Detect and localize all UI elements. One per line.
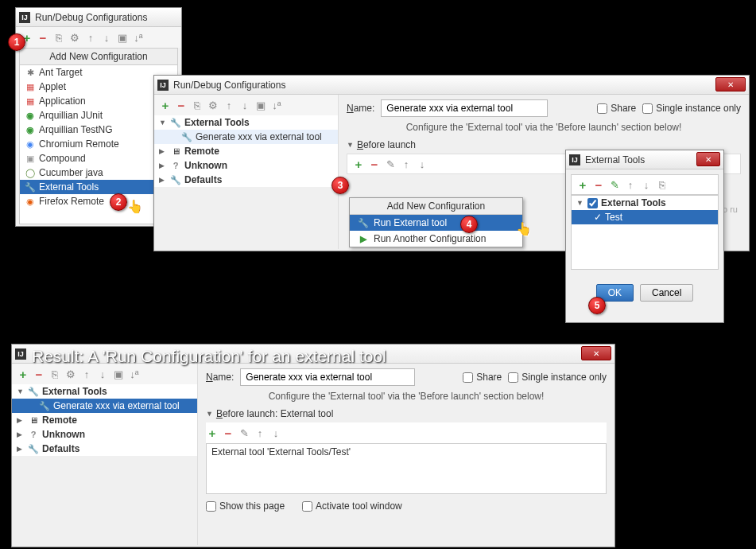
tree-item-remote[interactable]: ▶🖥Remote (12, 413, 197, 427)
folder-icon[interactable]: ▣ (116, 31, 129, 44)
settings-icon[interactable]: ⚙ (64, 368, 77, 380)
up-icon[interactable]: ↑ (80, 368, 93, 380)
share-checkbox[interactable]: Share (463, 372, 502, 383)
down-icon[interactable]: ↓ (96, 368, 109, 380)
copy-icon[interactable]: ⎘ (48, 368, 61, 380)
up-icon[interactable]: ↑ (624, 178, 637, 191)
up-icon[interactable]: ↑ (84, 31, 97, 44)
cancel-button[interactable]: Cancel (640, 284, 693, 302)
firefox-icon: ◉ (25, 196, 36, 207)
expand-icon[interactable]: ▶ (17, 430, 25, 438)
callout-4: 4 (460, 216, 478, 233)
collapse-icon[interactable]: ▼ (17, 387, 25, 395)
down-icon[interactable]: ↓ (640, 178, 653, 191)
tree-label: Unknown (42, 429, 85, 440)
wrench-icon: 🔧 (181, 131, 192, 142)
name-input[interactable] (240, 368, 415, 386)
settings-icon[interactable]: ⚙ (68, 31, 81, 44)
collapse-icon[interactable]: ▼ (576, 199, 584, 207)
wrench-icon: 🔧 (25, 181, 36, 193)
remove-icon[interactable]: − (368, 158, 381, 170)
tree-item-external-tools[interactable]: ▼🔧External Tools (154, 115, 338, 130)
copy-icon[interactable]: ⎘ (191, 99, 204, 111)
remove-icon[interactable]: − (33, 368, 45, 380)
copy-icon[interactable]: ⎘ (656, 178, 669, 191)
expand-icon[interactable]: ▶ (159, 162, 167, 169)
settings-icon[interactable]: ⚙ (207, 99, 219, 111)
down-icon[interactable]: ↓ (100, 31, 113, 44)
down-icon[interactable]: ↓ (269, 426, 282, 439)
sort-icon[interactable]: ↓ª (270, 99, 283, 111)
popup-item-run-external-tool[interactable]: 🔧Run External tool (350, 215, 522, 231)
before-launch-section[interactable]: ▼Before launch: External tool (206, 408, 607, 419)
checkbox[interactable] (587, 198, 598, 208)
task-item[interactable]: External tool 'External Tools/Test' (211, 446, 601, 458)
copy-icon[interactable]: ⎘ (52, 31, 65, 44)
expand-icon[interactable]: ▶ (159, 147, 167, 155)
remove-icon[interactable]: − (37, 31, 49, 44)
add-icon[interactable]: + (576, 178, 589, 191)
activate-checkbox[interactable]: Activate tool window (302, 500, 402, 512)
folder-icon[interactable]: ▣ (112, 368, 125, 380)
add-before-launch-icon[interactable]: + (352, 158, 365, 170)
add-icon[interactable]: + (159, 99, 172, 111)
before-launch-section[interactable]: ▼Before launch (347, 139, 741, 150)
add-icon[interactable]: + (17, 368, 29, 380)
sort-icon[interactable]: ↓ª (128, 368, 141, 380)
green-icon: ◉ (25, 124, 36, 135)
remove-icon[interactable]: − (592, 178, 605, 191)
close-button[interactable]: ✕ (581, 346, 611, 360)
tree-item-unknown[interactable]: ▶?Unknown (154, 158, 338, 173)
close-button[interactable]: ✕ (696, 152, 720, 166)
tree-item-unknown[interactable]: ▶?Unknown (12, 427, 197, 442)
remove-icon[interactable]: − (175, 99, 188, 111)
expand-icon[interactable]: ▶ (159, 176, 167, 184)
expand-icon[interactable]: ▶ (17, 445, 25, 453)
tree-item-external-tools[interactable]: ▼🔧External Tools (12, 384, 197, 399)
down-icon[interactable]: ↓ (238, 99, 251, 111)
result-title: Result: A 'Run Configuration' for an ext… (32, 347, 386, 366)
edit-icon[interactable]: ✎ (608, 178, 621, 191)
folder-icon[interactable]: ▣ (254, 99, 267, 111)
question-icon: ? (28, 429, 39, 440)
external-tools-window: IJ External Tools ✕ + − ✎ ↑ ↓ ⎘ ▼Externa… (565, 150, 724, 323)
collapse-icon: ▼ (347, 141, 354, 149)
toolbar: + − ⎘ ⚙ ↑ ↓ ▣ ↓ª (154, 95, 338, 115)
tree-item-remote[interactable]: ▶🖥Remote (154, 144, 338, 158)
sort-icon[interactable]: ↓ª (132, 31, 145, 44)
single-instance-checkbox[interactable]: Single instance only (642, 103, 741, 114)
edit-icon[interactable]: ✎ (238, 426, 250, 439)
down-icon[interactable]: ↓ (416, 158, 428, 170)
edit-icon[interactable]: ✎ (384, 158, 397, 170)
tree-root-external-tools[interactable]: ▼External Tools (572, 196, 718, 210)
single-instance-checkbox[interactable]: Single instance only (508, 372, 607, 383)
name-input[interactable] (381, 99, 548, 117)
close-button[interactable]: ✕ (715, 77, 746, 92)
share-checkbox[interactable]: Share (597, 103, 636, 114)
checkbox-label: Activate tool window (316, 500, 402, 512)
tree-label: External Tools (184, 117, 250, 128)
up-icon[interactable]: ↑ (223, 99, 235, 111)
tree-item-defaults[interactable]: ▶🔧Defaults (12, 442, 197, 456)
up-icon[interactable]: ↑ (254, 426, 266, 439)
up-icon[interactable]: ↑ (400, 158, 413, 170)
tree-item-generate[interactable]: 🔧Generate xxx via external tool (12, 399, 197, 413)
add-icon[interactable]: + (206, 426, 219, 439)
folder-icon: ▣ (25, 153, 36, 164)
checkbox-label: Share (476, 372, 502, 383)
tree-item-generate[interactable]: 🔧Generate xxx via external tool (154, 130, 338, 144)
wrench-icon: 🔧 (28, 386, 39, 397)
tree-item-defaults[interactable]: ▶🔧Defaults (154, 173, 338, 187)
popup-item-run-another-config[interactable]: ▶Run Another Configuration (350, 231, 522, 247)
show-page-checkbox[interactable]: Show this page (206, 500, 285, 512)
result-window: IJ ✕ + − ⎘ ⚙ ↑ ↓ ▣ ↓ª ▼🔧External Tools 🔧… (11, 344, 615, 547)
config-note: Configure the 'External tool' via the 'B… (206, 391, 607, 402)
collapse-icon[interactable]: ▼ (159, 119, 167, 127)
tree-label: Generate xxx via external tool (53, 400, 180, 411)
expand-icon[interactable]: ▶ (17, 416, 25, 424)
remove-icon[interactable]: − (222, 426, 235, 439)
before-launch-list[interactable]: External tool 'External Tools/Test' (206, 443, 607, 494)
config-type-label: Arquillian TestNG (39, 124, 112, 135)
tree-item-test[interactable]: ✓Test (572, 210, 718, 224)
question-icon: ? (170, 160, 181, 171)
